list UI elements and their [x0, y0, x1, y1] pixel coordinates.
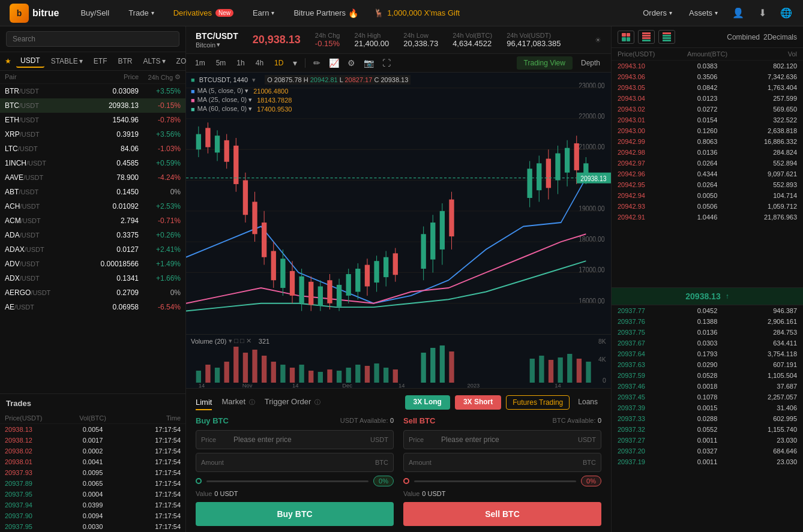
- 3x-short-btn[interactable]: 3X Short: [455, 395, 501, 410]
- list-item[interactable]: 1INCH/USDT 0.4585 +0.59%: [0, 156, 185, 170]
- buy-pct-badge[interactable]: 0%: [373, 476, 394, 486]
- nav-orders[interactable]: Orders ▾: [639, 6, 676, 20]
- time-1h[interactable]: 1h: [232, 57, 248, 69]
- indicator-tool[interactable]: 📈: [326, 56, 342, 70]
- table-row[interactable]: 20942.94 0.0050 104.714: [612, 190, 803, 201]
- trading-view-btn[interactable]: Trading View: [517, 56, 573, 70]
- download-icon[interactable]: ⬇: [755, 6, 769, 20]
- table-row[interactable]: 20942.96 0.4344 9,097.621: [612, 169, 803, 179]
- table-row[interactable]: 20943.02 0.0272 569.650: [612, 104, 803, 115]
- buy-submit-btn[interactable]: Buy BTC: [196, 502, 394, 526]
- tab-usdt[interactable]: USDT: [16, 55, 44, 68]
- table-row[interactable]: 20937.63 0.0290 607.191: [612, 359, 803, 370]
- fullscreen-tool[interactable]: ⛶: [379, 56, 394, 70]
- futures-trading-btn[interactable]: Futures Trading: [506, 395, 570, 410]
- table-row[interactable]: 20943.10 0.0383 802.120: [612, 61, 803, 71]
- screenshot-tool[interactable]: 📷: [361, 56, 377, 70]
- list-item[interactable]: XRP/USDT 0.3919 +3.56%: [0, 127, 185, 142]
- list-item[interactable]: ADAX/USDT 0.0127 +2.41%: [0, 242, 185, 257]
- table-row[interactable]: 20942.93 0.0506 1,059.712: [612, 201, 803, 212]
- nav-partners[interactable]: Bitrue Partners 🔥: [290, 6, 362, 20]
- table-row[interactable]: 20937.75 0.0136 284.753: [612, 327, 803, 338]
- table-row[interactable]: 20937.39 0.0015 31.406: [612, 402, 803, 413]
- table-row[interactable]: 20942.99 0.8063 16,886.332: [612, 136, 803, 147]
- table-row[interactable]: 20942.95 0.0264 552.893: [612, 179, 803, 190]
- time-4h[interactable]: 4h: [251, 57, 268, 69]
- ob-view-asks[interactable]: [638, 30, 655, 44]
- tab-trigger[interactable]: Trigger Order ⓘ: [265, 395, 320, 410]
- list-item[interactable]: AAVE/USDT 78.900 -4.24%: [0, 170, 185, 185]
- time-1d[interactable]: 1D: [270, 57, 287, 69]
- tab-market[interactable]: Market ⓘ: [221, 395, 254, 410]
- table-row[interactable]: 20937.19 0.0011 23.030: [612, 456, 803, 467]
- theme-toggle[interactable]: ☀: [595, 36, 601, 44]
- globe-icon[interactable]: 🌐: [779, 6, 793, 20]
- buy-slider-track[interactable]: [206, 480, 368, 482]
- table-row[interactable]: 20937.45 0.1078 2,257.057: [612, 392, 803, 402]
- sell-slider-track[interactable]: [414, 480, 576, 482]
- tab-stable[interactable]: STABLE▾: [47, 55, 87, 67]
- ob-view-bids[interactable]: [658, 30, 675, 44]
- sell-amount-field[interactable]: [439, 453, 583, 471]
- sell-pct-badge[interactable]: 0%: [581, 476, 601, 486]
- table-row[interactable]: 20937.46 0.0018 37.687: [612, 381, 803, 392]
- table-row[interactable]: 20937.64 0.1793 3,754.118: [612, 348, 803, 359]
- table-row[interactable]: 20937.67 0.0303 634.411: [612, 338, 803, 348]
- xmas-promo[interactable]: 🦌 1,000,000 X'mas Gift: [374, 8, 460, 17]
- loans-btn[interactable]: Loans: [574, 395, 601, 410]
- buy-slider-handle[interactable]: [196, 478, 202, 484]
- list-item[interactable]: LTC/USDT 84.06 -1.03%: [0, 142, 185, 156]
- list-item[interactable]: ACM/USDT 2.794 -0.71%: [0, 214, 185, 228]
- table-row[interactable]: 20943.01 0.0154 322.522: [612, 115, 803, 125]
- tab-alts[interactable]: ALTS▾: [139, 55, 169, 67]
- list-item[interactable]: ADX/USDT 0.1341 +1.66%: [0, 271, 185, 285]
- time-5m[interactable]: 5m: [212, 57, 230, 69]
- logo[interactable]: b bitrue: [10, 4, 59, 23]
- sell-submit-btn[interactable]: Sell BTC: [403, 502, 601, 526]
- table-row[interactable]: 20942.98 0.0136 284.824: [612, 147, 803, 158]
- table-row[interactable]: 20943.04 0.0123 257.599: [612, 93, 803, 104]
- table-row[interactable]: 20937.20 0.0327 684.646: [612, 446, 803, 456]
- buy-amount-field[interactable]: [231, 453, 375, 471]
- table-row[interactable]: 20942.91 1.0446 21,876.963: [612, 212, 803, 223]
- sell-price-field[interactable]: [439, 431, 578, 449]
- time-dropdown[interactable]: ▾: [290, 56, 300, 70]
- nav-derivatives[interactable]: Derivatives New: [170, 6, 237, 20]
- list-item[interactable]: ADV/USDT 0.00018566 +1.49%: [0, 257, 185, 271]
- nav-trade[interactable]: Trade ▾: [125, 6, 157, 20]
- tab-etf[interactable]: ETF: [89, 55, 112, 67]
- table-row[interactable]: 20937.59 0.0528 1,105.504: [612, 370, 803, 381]
- table-row[interactable]: 20943.05 0.0842 1,763.404: [612, 82, 803, 93]
- ob-view-both[interactable]: [618, 31, 634, 44]
- list-item[interactable]: BTR/USDT 0.03089 +3.55%: [0, 84, 185, 98]
- list-item[interactable]: AE/USDT 0.06958 -6.54%: [0, 300, 185, 314]
- user-icon[interactable]: 👤: [731, 6, 745, 20]
- time-1m[interactable]: 1m: [191, 57, 209, 69]
- table-row[interactable]: 20943.06 0.3506 7,342.636: [612, 71, 803, 82]
- draw-tool[interactable]: ✏: [310, 56, 323, 70]
- table-row[interactable]: 20937.33 0.0288 602.995: [612, 413, 803, 424]
- tab-btr[interactable]: BTR: [113, 55, 136, 67]
- list-item[interactable]: AERGO/USDT 0.2709 0%: [0, 285, 185, 300]
- search-input[interactable]: [6, 31, 179, 47]
- table-row[interactable]: 20943.00 0.1260 2,638.818: [612, 125, 803, 136]
- sell-slider-handle[interactable]: [403, 478, 409, 484]
- settings-tool[interactable]: ⚙: [344, 56, 358, 70]
- tab-limit[interactable]: Limit: [196, 395, 212, 410]
- table-row[interactable]: 20937.77 0.0452 946.387: [612, 305, 803, 316]
- nav-buysell[interactable]: Buy/Sell: [77, 6, 113, 20]
- table-row[interactable]: 20937.32 0.0552 1,155.740: [612, 424, 803, 435]
- list-item[interactable]: ABT/USDT 0.1450 0%: [0, 185, 185, 199]
- list-item[interactable]: ACH/USDT 0.01092 +2.53%: [0, 199, 185, 214]
- ob-decimals-label[interactable]: 2Decimals: [763, 33, 797, 41]
- nav-earn[interactable]: Earn ▾: [249, 6, 278, 20]
- table-row[interactable]: 20937.76 0.1388 2,906.161: [612, 316, 803, 327]
- depth-btn[interactable]: Depth: [575, 56, 606, 70]
- table-row[interactable]: 20942.97 0.0264 552.894: [612, 158, 803, 169]
- 3x-long-btn[interactable]: 3X Long: [405, 395, 450, 410]
- favorites-star[interactable]: ★: [5, 57, 11, 65]
- list-item[interactable]: ADA/USDT 0.3375 +0.26%: [0, 228, 185, 242]
- list-item[interactable]: ETH/USDT 1540.96 -0.78%: [0, 113, 185, 127]
- table-row[interactable]: 20937.27 0.0011 23.030: [612, 435, 803, 446]
- list-item[interactable]: BTC/USDT 20938.13 -0.15%: [0, 98, 185, 113]
